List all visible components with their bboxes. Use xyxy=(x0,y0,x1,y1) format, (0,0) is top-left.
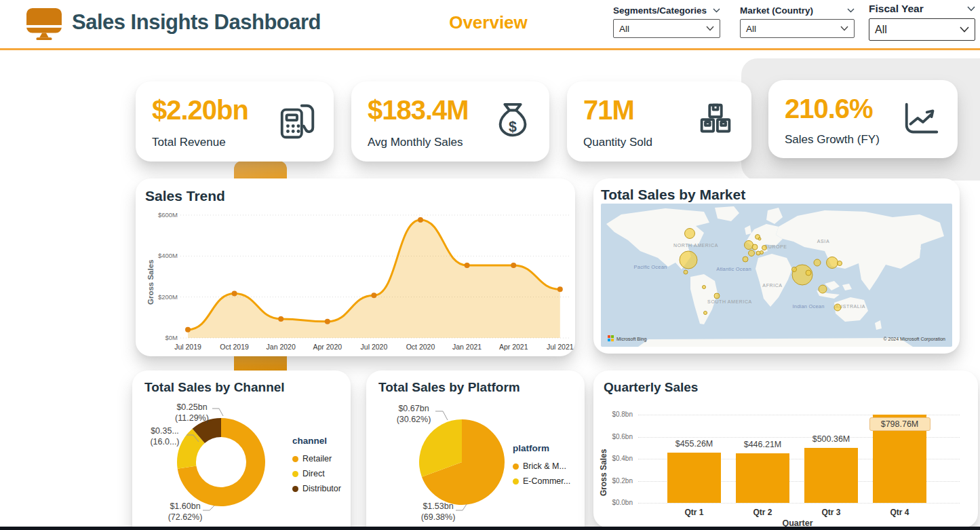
trend-point[interactable] xyxy=(465,263,470,268)
svg-text:$400M: $400M xyxy=(158,252,178,259)
y-tick-label: $0.0bn xyxy=(600,499,633,506)
trend-point[interactable] xyxy=(511,263,516,268)
fiscal-year-filter-select[interactable]: All xyxy=(869,18,975,41)
market-bubble[interactable] xyxy=(806,270,811,276)
map-label: NORTH AMERICA xyxy=(673,243,718,248)
market-bubble[interactable] xyxy=(758,238,761,240)
market-bubble[interactable] xyxy=(745,241,753,250)
svg-text:Oct 2020: Oct 2020 xyxy=(406,343,435,351)
legend-dot xyxy=(292,471,298,477)
kpi-card-quantity-sold: 71M Quantity Sold xyxy=(567,81,751,162)
market-bubble[interactable] xyxy=(752,244,758,250)
market-bubble[interactable] xyxy=(714,293,720,299)
market-bubble[interactable] xyxy=(743,257,748,262)
market-bubble[interactable] xyxy=(749,250,755,257)
channel-legend: channel Retailer Direct Distributor xyxy=(292,436,341,496)
bar-value-label: $500.36M xyxy=(794,434,869,444)
filter-label: Market (Country) xyxy=(740,5,813,16)
x-category-label: Qtr 4 xyxy=(873,508,926,517)
trend-point[interactable] xyxy=(185,327,191,333)
sales-trend-card: Sales Trend Gross Sales $0M$200M$400M$60… xyxy=(136,178,575,356)
market-bubble[interactable] xyxy=(762,246,767,250)
trend-point[interactable] xyxy=(557,286,563,292)
chevron-down-icon[interactable] xyxy=(967,6,975,12)
kpi-value: 210.6% xyxy=(785,94,873,124)
kpi-value: 71M xyxy=(583,95,634,126)
kpi-label: Quantity Sold xyxy=(583,136,652,149)
svg-text:Jul 2020: Jul 2020 xyxy=(361,343,388,351)
x-category-label: Qtr 2 xyxy=(736,508,789,517)
trend-point[interactable] xyxy=(418,217,423,223)
chart-title: Sales Trend xyxy=(145,188,225,204)
svg-text:$0M: $0M xyxy=(165,334,178,341)
market-bubble[interactable] xyxy=(756,251,760,255)
trend-point[interactable] xyxy=(232,291,237,297)
legend-item-distributor[interactable]: Distributor xyxy=(292,481,341,496)
kpi-value: $2.20bn xyxy=(152,95,248,126)
market-bubble[interactable] xyxy=(685,229,695,239)
y-tick-label: $0.6bn xyxy=(600,433,633,440)
map-label: Indian Ocean xyxy=(792,303,824,309)
quarterly-sales-card: Quarterly Sales Gross Sales $0.0bn$0.2bn… xyxy=(593,371,978,528)
svg-text:Jul 2019: Jul 2019 xyxy=(174,343,201,351)
map-label: ASIA xyxy=(817,239,829,244)
market-bubble[interactable] xyxy=(814,259,821,266)
tab-overview[interactable]: Overview xyxy=(427,12,549,33)
svg-text:Jan 2020: Jan 2020 xyxy=(267,343,296,351)
growth-line-icon xyxy=(901,99,943,141)
trend-point[interactable] xyxy=(371,292,376,298)
trend-point[interactable] xyxy=(325,319,330,324)
receipt-calculator-icon xyxy=(277,100,319,143)
quarterly-bar-chart[interactable]: $0.0bn$0.2bn$0.4bn$0.6bn$0.8bn$455.26MQt… xyxy=(593,371,978,528)
chart-title: Total Sales by Platform xyxy=(378,380,520,395)
bar-value-label: $455.26M xyxy=(657,439,732,449)
market-bubble[interactable] xyxy=(684,270,688,274)
legend-item-retailer[interactable]: Retailer xyxy=(292,451,341,466)
y-axis-title: Gross Sales xyxy=(146,238,155,326)
select-value: All xyxy=(875,24,887,36)
legend-title: platform xyxy=(513,443,570,453)
market-bubble[interactable] xyxy=(819,285,827,293)
map-attribution: © 2024 Microsoft Corporation xyxy=(883,337,945,342)
filter-segments-categories: Segments/Categories All xyxy=(613,5,720,38)
market-bubble[interactable] xyxy=(838,261,842,266)
market-bubble[interactable] xyxy=(792,267,797,272)
svg-text:$200M: $200M xyxy=(158,293,178,301)
market-bubble[interactable] xyxy=(703,286,706,289)
market-bubble[interactable] xyxy=(760,251,764,254)
filter-label: Fiscal Year xyxy=(869,3,924,15)
select-value: All xyxy=(619,24,629,34)
stacked-boxes-icon xyxy=(694,100,737,143)
y-tick-label: $0.4bn xyxy=(600,455,633,462)
legend-item-ecommerce[interactable]: E-Commer... xyxy=(513,474,570,489)
legend-item-direct[interactable]: Direct xyxy=(292,466,341,481)
svg-text:$600M: $600M xyxy=(158,211,178,219)
map-label: EUROPE xyxy=(764,244,787,249)
market-filter-select[interactable]: All xyxy=(740,19,855,38)
market-bubble[interactable] xyxy=(680,251,697,269)
dashboard-canvas: Sales Insights Dashboard Overview Segmen… xyxy=(0,0,980,530)
map-label: Pacific Ocean xyxy=(634,264,667,270)
svg-text:Microsoft Bing: Microsoft Bing xyxy=(616,337,646,342)
callout-brick-mortar: $1.53bn(69.38%) xyxy=(410,501,467,523)
y-tick-label: $0.2bn xyxy=(600,477,633,485)
chevron-down-icon[interactable] xyxy=(713,8,720,13)
chevron-down-icon[interactable] xyxy=(847,8,855,13)
sales-trend-chart[interactable]: $0M$200M$400M$600MJul 2019Oct 2019Jan 20… xyxy=(136,178,575,356)
kpi-card-avg-monthly-sales: $183.4M Avg Monthly Sales $ xyxy=(351,81,549,162)
filter-market-country: Market (Country) All xyxy=(740,5,855,38)
callout-distributor: $0.25bn(11.29%) xyxy=(163,402,220,423)
bar-qtr-3[interactable] xyxy=(804,448,858,503)
legend-item-brick-mortar[interactable]: Brick & M... xyxy=(513,459,570,474)
segments-filter-select[interactable]: All xyxy=(613,19,720,38)
market-bubble[interactable] xyxy=(704,311,707,315)
legend-dot xyxy=(513,478,519,485)
kpi-value: $183.4M xyxy=(368,95,469,126)
bar-qtr-2[interactable] xyxy=(736,453,789,503)
bar-qtr-1[interactable] xyxy=(667,453,721,503)
trend-point[interactable] xyxy=(278,316,283,322)
market-bubble[interactable] xyxy=(834,304,841,311)
market-bubble[interactable] xyxy=(827,257,838,269)
platform-pie-chart[interactable] xyxy=(418,419,505,506)
world-map[interactable]: NORTH AMERICAPacific OceanAtlantic Ocean… xyxy=(601,204,952,347)
